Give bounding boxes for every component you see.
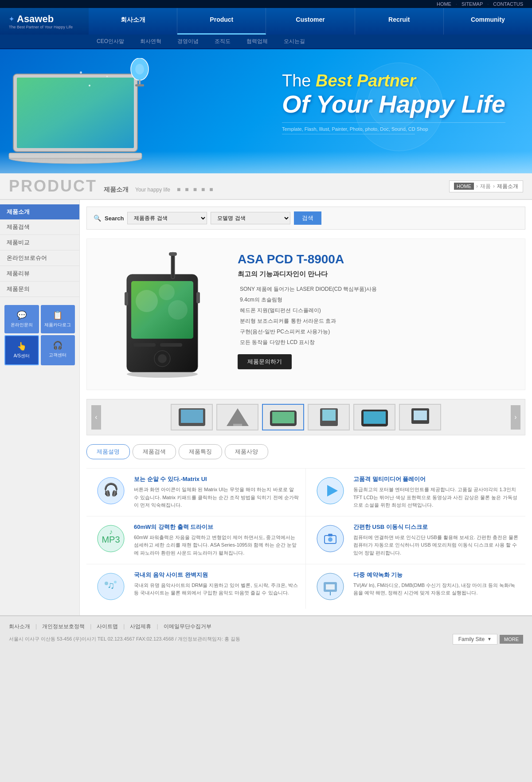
hero-banner: The Best Partner Of Your Happy Life Temp… — [0, 49, 532, 173]
feature-item-5: ♫ 국내외 음악 사이트 완벽지원 국내외 유명 음악사이트의 DRM을 지원하… — [86, 564, 306, 609]
feature-6-icon — [313, 571, 348, 602]
sidebar-item-product-search[interactable]: 제품검색 — [0, 219, 79, 235]
model-name-select[interactable]: 모델명 검색 — [211, 212, 290, 224]
feature-item-4: 간편한 USB 이동식 디스크로 컴퓨터에 연결하면 바로 인식긴단 USB를 … — [306, 516, 525, 564]
thumb-next-button[interactable]: › — [511, 405, 520, 430]
top-nav-sep1: · — [456, 1, 457, 7]
svg-point-49 — [114, 581, 117, 583]
sidebar-item-online-brochure[interactable]: 온라인브로슈어 — [0, 250, 79, 266]
tab-product-specs[interactable]: 제품사양 — [225, 444, 268, 459]
svg-rect-28 — [272, 412, 294, 423]
logo-name[interactable]: ✦ Asaweb — [9, 13, 80, 25]
thumb-item-3[interactable] — [262, 404, 304, 430]
breadcrumb-dots: ■ ■ ■ ■ ■ — [177, 186, 215, 193]
footer-link-about[interactable]: 회사소개 — [9, 623, 35, 630]
product-type-select[interactable]: 제품종류 검색 — [127, 212, 207, 224]
svg-rect-17 — [160, 343, 182, 347]
headphones-icon: 🎧 — [43, 340, 73, 350]
family-site-dropdown[interactable]: Family Site ▼ — [453, 634, 497, 645]
thumb-prev-button[interactable]: ‹ — [91, 405, 101, 430]
family-site-more-button[interactable]: MORE — [500, 635, 523, 644]
footer-link-privacy[interactable]: 개인정보보호정책 — [37, 623, 90, 630]
svg-rect-34 — [414, 411, 427, 420]
svg-rect-30 — [322, 410, 336, 421]
svg-point-13 — [136, 290, 158, 312]
chat-icon: 💬 — [7, 310, 37, 320]
search-icon: 🔍 — [94, 215, 101, 222]
section-sub-sub: Your happy life — [135, 187, 170, 193]
sub-menu-location[interactable]: 오시는길 — [276, 35, 313, 48]
footer-links-row: 회사소개 | 개인정보보호정책 | 사이트맵 | 사업제휴 | 이메일무단수집거… — [9, 623, 523, 630]
thumb-item-6[interactable] — [399, 404, 441, 430]
product-feature-list: SONY 제품에 들어가는 LASER DIODE(CD 핵심부품)사용 9.4… — [238, 284, 516, 348]
feature-list-item: 구현(음선-일반 PC스피커로 사용가능) — [238, 326, 516, 337]
family-site-selector: Family Site ▼ MORE — [453, 634, 523, 645]
svg-rect-16 — [133, 343, 156, 347]
svg-text:♪: ♪ — [109, 528, 113, 536]
breadcrumb-path-2: 제품소개 — [497, 183, 518, 190]
feature-3-text: 60mW의 강력한 출력 드라이브 60mW 파워출력은 자음을 강력하고 변형… — [134, 523, 299, 557]
sub-menu-bar: CEO인사말 회사연혁 경영이념 조직도 협력업체 오시는길 — [0, 35, 532, 49]
top-nav-sitemap[interactable]: SITEMAP — [462, 1, 483, 7]
breadcrumb-nav: HOME › 재품 › 제품소개 — [449, 180, 523, 192]
menu-item-customer[interactable]: Customer — [266, 8, 355, 35]
svg-rect-10 — [171, 252, 175, 279]
footer-link-business[interactable]: 사업제휴 — [125, 623, 156, 630]
sidebar-as-center-btn[interactable]: 👆 A/S센터 — [4, 335, 39, 365]
search-bar: 🔍 Search 제품종류 검색 모델명 검색 검색 — [86, 207, 525, 230]
sub-menu-management[interactable]: 경영이념 — [169, 35, 207, 48]
svg-point-45 — [328, 537, 332, 542]
top-nav-contact[interactable]: CONTACTUS — [493, 1, 523, 7]
sidebar-item-product-compare[interactable]: 제품비교 — [0, 235, 79, 250]
footer-link-sitemap[interactable]: 사이트맵 — [91, 623, 123, 630]
thumb-item-4[interactable] — [308, 404, 350, 430]
sidebar-item-product-inquiry[interactable]: 제품문의 — [0, 282, 79, 297]
svg-marker-25 — [227, 408, 249, 426]
product-feature-section: ASA PCD T-8900A 최고의 기능과디자인이 만나다 SONY 제품에… — [86, 239, 525, 390]
thumbnail-items — [103, 404, 509, 430]
main-menu: 회사소개 Product Customer Recruit Community — [89, 8, 532, 35]
thumb-item-1[interactable] — [171, 404, 213, 430]
svg-text:MP3: MP3 — [102, 535, 120, 544]
menu-item-product[interactable]: Product — [177, 8, 266, 35]
breadcrumb-path-1[interactable]: 재품 — [480, 183, 491, 190]
sub-menu-ceo[interactable]: CEO인사말 — [89, 35, 132, 48]
features-grid: 🎧 보는 순알 수 있다.-Matrix UI 버튼과 화면 아이콘이 일체화 … — [86, 468, 525, 609]
footer-link-email[interactable]: 이메일무단수집거부 — [158, 623, 211, 630]
tab-product-features[interactable]: 제품특징 — [179, 444, 222, 459]
svg-rect-52 — [326, 584, 335, 590]
svg-point-15 — [168, 300, 188, 320]
sidebar-item-product-review[interactable]: 제품리뷰 — [0, 266, 79, 282]
sidebar-catalog-btn[interactable]: 📋 제품카다로그 — [41, 305, 75, 333]
feature-2-icon — [313, 475, 348, 506]
search-button[interactable]: 검색 — [294, 211, 321, 225]
sub-menu-org[interactable]: 조직도 — [207, 35, 239, 48]
svg-rect-44 — [328, 534, 332, 536]
feature-item-1: 🎧 보는 순알 수 있다.-Matrix UI 버튼과 화면 아이콘이 일체화 … — [86, 469, 306, 516]
svg-rect-26 — [233, 424, 242, 426]
menu-item-company[interactable]: 회사소개 — [89, 8, 177, 35]
sub-menu-partner[interactable]: 협력업체 — [239, 35, 276, 48]
breadcrumb-home-badge[interactable]: HOME — [454, 183, 474, 190]
tab-product-search[interactable]: 제품검색 — [133, 444, 176, 459]
chevron-down-icon: ▼ — [487, 637, 492, 641]
tab-product-desc[interactable]: 제품설명 — [86, 444, 130, 459]
feature-6-text: 다중 예약녹화 기능 TV(AV In), FM라디오, DMB(DMB 수신기… — [353, 571, 519, 597]
footer: 회사소개 | 개인정보보호정책 | 사이트맵 | 사업제휴 | 이메일무단수집거… — [0, 615, 532, 651]
sub-menu-history[interactable]: 회사연혁 — [132, 35, 169, 48]
logo-tagline: The Best Partner of Your Happy Life — [9, 25, 80, 29]
content-tabs: 제품설명 제품검색 제품특징 제품사양 — [86, 444, 525, 459]
menu-item-community[interactable]: Community — [444, 8, 532, 35]
thumb-item-2[interactable] — [216, 404, 258, 430]
product-info: ASA PCD T-8900A 최고의 기능과디자인이 만나다 SONY 제품에… — [238, 248, 516, 381]
thumb-item-5[interactable] — [353, 404, 395, 430]
top-nav-sep2: · — [487, 1, 489, 7]
product-inquiry-button[interactable]: 제품문의하기 — [238, 354, 292, 369]
feature-item-2: 고품격 멀티미디어 플레이어 동급최고의 포터블 엔터테인먼트를 제공합니다. … — [306, 469, 525, 516]
top-nav-home[interactable]: HOME — [437, 1, 451, 7]
menu-item-recruit[interactable]: Recruit — [355, 8, 444, 35]
sidebar-customer-center-btn[interactable]: 🎧 고객센터 — [41, 335, 75, 365]
sidebar-item-product-intro[interactable]: 제품소개 — [0, 204, 79, 219]
feature-list-item: 헤드폰 지원(멀티펀션 디스플레이) — [238, 305, 516, 316]
sidebar-online-inquiry-btn[interactable]: 💬 온라인문의 — [4, 305, 39, 333]
